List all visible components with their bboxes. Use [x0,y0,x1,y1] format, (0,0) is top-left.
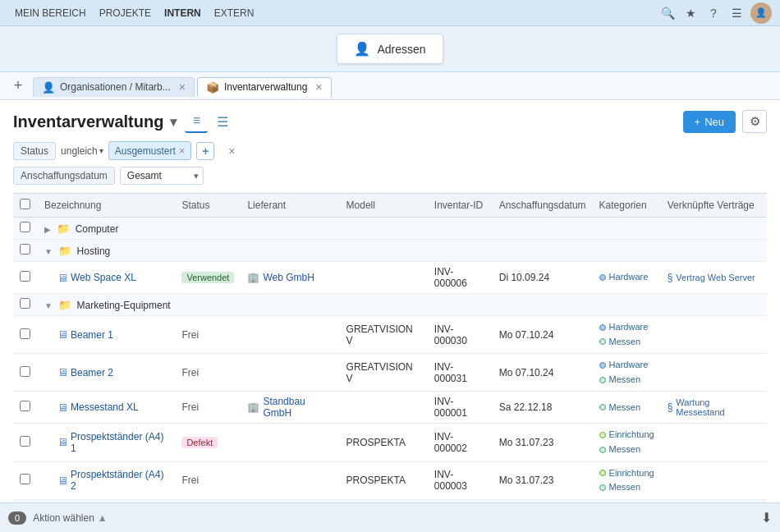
view-compact-icon[interactable]: ☰ [211,110,234,133]
marketing-group-label: Marketing-Equipment [77,300,171,311]
tab-inventarverwaltung[interactable]: 📦 Inventarverwaltung × [197,77,332,97]
view-list-icon[interactable]: ≡ [185,110,208,133]
filter-settings-icon[interactable]: ⚙ [742,110,767,133]
date-cell: Mo 31.07.23 [493,461,593,499]
inv-id-cell: INV-000031 [428,354,493,392]
table-row: ▶ 📁 Computer [13,218,767,240]
inv-id-cell: INV-000030 [428,316,493,354]
expand-computer-icon[interactable]: ▶ [44,225,51,234]
col-datum: Anschaffungsdatum [493,194,593,218]
date-cell: Mo 07.10.24 [493,316,593,354]
expand-marketing-icon[interactable]: ▼ [44,301,53,310]
help-icon[interactable]: ? [704,4,723,22]
inventory-table: Bezeichnung Status Lieferant Modell Inve… [13,193,767,532]
filter-value-close[interactable]: × [179,144,186,157]
bottom-bar: 0 Aktion wählen ▲ ⬇ [0,502,780,532]
expand-hosting-icon[interactable]: ▼ [44,247,53,256]
model-cell: PROSPEKTA [340,424,428,461]
item-link[interactable]: Prospektständer (A4) 1 [71,431,168,454]
nav-item-extern[interactable]: EXTERN [208,7,261,19]
inv-id-cell: INV-000002 [428,424,493,461]
col-bezeichnung: Bezeichnung [38,194,175,218]
categories-cell: Einrichtung Messen [593,424,661,461]
supplier-link[interactable]: 🏢 Standbau GmbH [247,396,333,419]
row-checkbox[interactable] [20,222,30,232]
new-button[interactable]: + Neu [683,111,736,133]
filter-row: Status ungleich ▾ Ausgemustert × + × [13,141,767,160]
table-row: ▼ 📁 Marketing-Equipment [13,294,767,316]
filter-add-button[interactable]: + [196,142,214,160]
tab-add-button[interactable]: + [7,75,30,98]
tab-inv-close[interactable]: × [315,81,322,93]
tabs-bar: + 👤 Organisationen / Mitarb... × 📦 Inven… [0,72,780,100]
status-badge: Frei [181,329,199,341]
supplier-link[interactable]: 🏢 Web GmbH [247,272,333,283]
status-badge: Frei [181,401,199,413]
row-checkbox[interactable] [20,244,30,255]
nav-item-intern[interactable]: INTERN [158,7,208,19]
categories-cell: Hardware Messen [593,354,661,392]
new-icon: + [695,116,701,128]
inv-id-cell: INV-000001 [428,392,493,424]
item-link[interactable]: Beamer 1 [71,329,113,341]
folder-icon: 📁 [58,299,71,311]
bottom-count: 0 [8,511,26,525]
categories-cell: Messen [593,392,661,424]
row-checkbox[interactable] [20,328,30,339]
contracts-cell [661,354,767,392]
model-cell: GREATVISION V [340,316,428,354]
item-link[interactable]: Messestand XL [71,401,139,413]
row-checkbox[interactable] [20,474,30,484]
status-badge: Frei [181,367,199,378]
star-icon[interactable]: ★ [681,4,700,22]
export-icon[interactable]: ⬇ [761,510,772,525]
col-status: Status [175,194,241,218]
col-lieferant: Lieferant [241,194,339,218]
filter-operator[interactable]: ungleich ▾ [61,145,103,157]
tab-org-label: Organisationen / Mitarb... [60,81,171,93]
nav-item-projekte[interactable]: PROJEKTE [93,7,158,19]
col-inventar-id: Inventar-ID [428,194,493,218]
contracts-cell [661,424,767,461]
row-checkbox[interactable] [20,298,30,309]
title-caret[interactable]: ▾ [170,114,177,130]
item-icon: 🖥 [57,436,68,448]
tab-org-close[interactable]: × [179,81,186,93]
item-link[interactable]: Beamer 2 [71,367,113,378]
item-link[interactable]: Prospektständer (A4) 2 [71,469,168,492]
categories-cell: Einrichtung Messen [593,461,661,499]
row-checkbox[interactable] [20,401,30,411]
item-icon: 🖥 [57,272,68,284]
item-link[interactable]: Web Space XL [71,272,136,283]
col-kategorien: Kategorien [593,194,661,218]
nav-item-mein-bereich[interactable]: MEIN BEREICH [8,7,93,19]
folder-icon: 📁 [57,222,70,235]
filter-clear-button[interactable]: × [223,142,241,160]
status-badge: Defekt [181,437,218,448]
search-icon[interactable]: 🔍 [658,4,677,22]
avatar[interactable]: 👤 [750,2,772,24]
page-content: Inventarverwaltung ▾ ≡ ☰ + Neu ⚙ Status … [0,100,780,532]
select-all-checkbox[interactable] [20,199,30,209]
tab-inv-icon: 📦 [206,81,219,94]
supplier-cell [241,354,339,392]
filter-value-tag: Ausgemustert × [108,141,192,160]
table-row: 🖥 Prospektständer (A4) 1 Defekt PROSPEKT… [13,424,767,461]
header-title-block[interactable]: 👤 Adressen [337,34,443,64]
folder-icon: 📁 [58,245,71,257]
tab-organisations[interactable]: 👤 Organisationen / Mitarb... × [33,77,195,97]
item-icon: 🖥 [57,366,68,378]
menu-icon[interactable]: ☰ [727,4,746,22]
date-filter-row: Anschaffungsdatum Gesamt Dieses Jahr Let… [13,167,767,185]
item-icon: 🖥 [57,475,68,487]
tab-org-icon: 👤 [42,81,55,94]
date-filter-select[interactable]: Gesamt Dieses Jahr Letztes Jahr Dieser M… [120,167,204,185]
contracts-cell [661,461,767,499]
header-title-icon: 👤 [354,41,370,57]
date-cell: Mo 07.10.24 [493,354,593,392]
categories-cell: Hardware Messen [593,316,661,354]
action-select[interactable]: Aktion wählen ▲ [33,512,108,524]
row-checkbox[interactable] [20,436,30,447]
row-checkbox[interactable] [20,271,30,282]
row-checkbox[interactable] [20,366,30,377]
